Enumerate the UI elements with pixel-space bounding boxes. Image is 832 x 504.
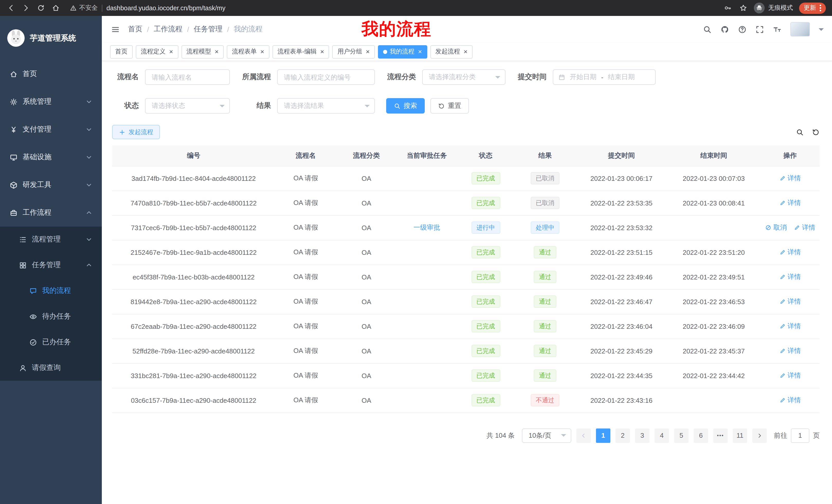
- fullscreen-icon[interactable]: [755, 25, 764, 34]
- font-size-icon[interactable]: [773, 25, 782, 34]
- tab-close-icon[interactable]: ×: [260, 48, 264, 55]
- sidebar-collapse-icon[interactable]: [110, 24, 120, 34]
- table-row[interactable]: 2152467e-7b9b-11ec-9a1b-acde48001122 OA …: [112, 240, 820, 264]
- update-button[interactable]: 更新: [799, 2, 826, 13]
- start-process-button[interactable]: 发起流程: [112, 125, 160, 139]
- page-number-button[interactable]: 11: [733, 428, 747, 443]
- table-row[interactable]: 67c2eaab-7b9a-11ec-a290-acde48001122 OA …: [112, 314, 820, 339]
- table-row[interactable]: 03c6c157-7b9a-11ec-a290-acde48001122 OA …: [112, 388, 820, 413]
- sidebar-item-system[interactable]: 系统管理: [0, 88, 102, 116]
- prev-page-button[interactable]: [576, 428, 591, 443]
- github-icon[interactable]: [721, 25, 729, 34]
- detail-link[interactable]: 详情: [779, 272, 801, 282]
- tab[interactable]: 发起流程 ×: [430, 45, 473, 58]
- detail-link[interactable]: 详情: [779, 174, 801, 183]
- sidebar-item-process-management[interactable]: 流程管理: [0, 227, 102, 252]
- category-select[interactable]: 请选择流程分类: [422, 69, 505, 85]
- cell-end-time: 2022-01-22 23:44:42: [667, 363, 760, 388]
- tab-close-icon[interactable]: ×: [464, 48, 467, 55]
- detail-link[interactable]: 详情: [779, 248, 801, 257]
- url-text[interactable]: dashboard.yudao.iocoder.cn/bpm/task/my: [106, 4, 226, 11]
- goto-page-input[interactable]: [791, 428, 809, 443]
- table-row[interactable]: 7317cec6-7b9b-11ec-b5b7-acde48001122 OA …: [112, 215, 820, 240]
- app-title: 芋道管理系统: [30, 33, 76, 43]
- page-number-button[interactable]: •••: [713, 428, 728, 443]
- security-status[interactable]: 不安全: [70, 4, 98, 12]
- date-range-picker[interactable]: 开始日期 - 结束日期: [553, 69, 656, 85]
- sidebar-item-devtools[interactable]: 研发工具: [0, 171, 102, 199]
- page-number-button[interactable]: 1: [596, 428, 610, 443]
- table-row[interactable]: ec45f38f-7b9a-11ec-b03b-acde48001122 OA …: [112, 264, 820, 289]
- table-row[interactable]: 331bc281-7b9a-11ec-a290-acde48001122 OA …: [112, 363, 820, 388]
- sidebar-item-payment[interactable]: 支付管理: [0, 116, 102, 143]
- breadcrumb-item[interactable]: 首页: [128, 25, 142, 34]
- sidebar-item-task-management[interactable]: 任务管理: [0, 252, 102, 278]
- forward-button[interactable]: [21, 3, 30, 12]
- reset-button[interactable]: 重置: [431, 98, 469, 114]
- page-number-button[interactable]: 5: [674, 428, 688, 443]
- page-number-button[interactable]: 3: [635, 428, 649, 443]
- detail-link[interactable]: 详情: [779, 297, 801, 306]
- tab[interactable]: 流程表单 ×: [227, 45, 269, 58]
- table-row[interactable]: 52ffd28e-7b9a-11ec-a290-acde48001122 OA …: [112, 339, 820, 363]
- tab[interactable]: 我的流程 ×: [378, 45, 427, 58]
- detail-link[interactable]: 详情: [779, 321, 801, 331]
- app-logo[interactable]: 芋道管理系统: [0, 16, 102, 60]
- process-definition-input[interactable]: [277, 69, 375, 85]
- tab[interactable]: 首页: [110, 45, 133, 58]
- process-name-input[interactable]: [145, 69, 230, 85]
- refresh-table-icon[interactable]: [812, 128, 820, 136]
- tab-close-icon[interactable]: ×: [215, 48, 218, 55]
- table-row[interactable]: 819442e8-7b9a-11ec-a290-acde48001122 OA …: [112, 289, 820, 314]
- search-button[interactable]: 搜索: [386, 98, 425, 114]
- sidebar-item-label: 我的流程: [42, 286, 71, 296]
- bookmark-star-icon[interactable]: [738, 3, 748, 12]
- sidebar-item-done-tasks[interactable]: 已办任务: [0, 329, 102, 355]
- tab[interactable]: 流程模型 ×: [181, 45, 224, 58]
- sidebar-item-infrastructure[interactable]: 基础设施: [0, 143, 102, 171]
- grid-icon: [19, 261, 27, 269]
- page-number-button[interactable]: 4: [655, 428, 669, 443]
- search-icon[interactable]: [703, 25, 712, 34]
- tab-close-icon[interactable]: ×: [320, 48, 324, 55]
- page-number-button[interactable]: 2: [616, 428, 630, 443]
- detail-link[interactable]: 详情: [779, 346, 801, 356]
- process-table: 编号流程名流程分类当前审批任务状态结果提交时间结束时间操作 3ad174fb-7…: [112, 145, 820, 413]
- table-row[interactable]: 7470a810-7b9b-11ec-b5b7-acde48001122 OA …: [112, 191, 820, 215]
- browser-menu-dots-icon[interactable]: [820, 5, 821, 11]
- next-page-button[interactable]: [752, 428, 767, 443]
- address-bar[interactable]: 不安全 dashboard.yudao.iocoder.cn/bpm/task/…: [70, 4, 717, 12]
- current-task-link[interactable]: 一级审批: [413, 223, 440, 232]
- reload-button[interactable]: [36, 3, 45, 12]
- user-avatar[interactable]: [790, 22, 810, 36]
- hide-search-icon[interactable]: [796, 128, 804, 136]
- sidebar-item-leave-query[interactable]: 请假查询: [0, 355, 102, 381]
- page-size-select[interactable]: 10条/页: [522, 428, 571, 443]
- sidebar-item-home[interactable]: 首页: [0, 60, 102, 88]
- sidebar-item-my-process[interactable]: 我的流程: [0, 278, 102, 304]
- password-key-icon[interactable]: [723, 3, 732, 12]
- table-row[interactable]: 3ad174fb-7b9d-11ec-8404-acde48001122 OA …: [112, 166, 820, 191]
- breadcrumb-item[interactable]: 工作流程: [154, 25, 183, 34]
- tab-close-icon[interactable]: ×: [366, 48, 370, 55]
- detail-link[interactable]: 详情: [779, 371, 801, 380]
- tab-close-icon[interactable]: ×: [169, 48, 173, 55]
- tab[interactable]: 用户分组 ×: [333, 45, 375, 58]
- home-button[interactable]: [51, 3, 60, 12]
- detail-link[interactable]: 详情: [794, 223, 815, 232]
- page-number-button[interactable]: 6: [694, 428, 708, 443]
- status-select[interactable]: 请选择状态: [145, 98, 230, 114]
- help-icon[interactable]: [738, 25, 747, 34]
- sidebar-item-todo-tasks[interactable]: 待办任务: [0, 304, 102, 329]
- detail-link[interactable]: 详情: [779, 396, 801, 405]
- result-select[interactable]: 请选择流结果: [277, 98, 375, 114]
- breadcrumb-item[interactable]: 任务管理: [194, 25, 223, 34]
- tab[interactable]: 流程定义 ×: [136, 45, 178, 58]
- cancel-link[interactable]: 取消: [765, 223, 787, 232]
- avatar-dropdown-caret-icon[interactable]: [818, 28, 824, 33]
- sidebar-item-workflow[interactable]: 工作流程: [0, 199, 102, 227]
- tab[interactable]: 流程表单-编辑 ×: [272, 45, 329, 58]
- tab-close-icon[interactable]: ×: [418, 48, 422, 55]
- back-button[interactable]: [6, 3, 16, 12]
- detail-link[interactable]: 详情: [779, 198, 801, 207]
